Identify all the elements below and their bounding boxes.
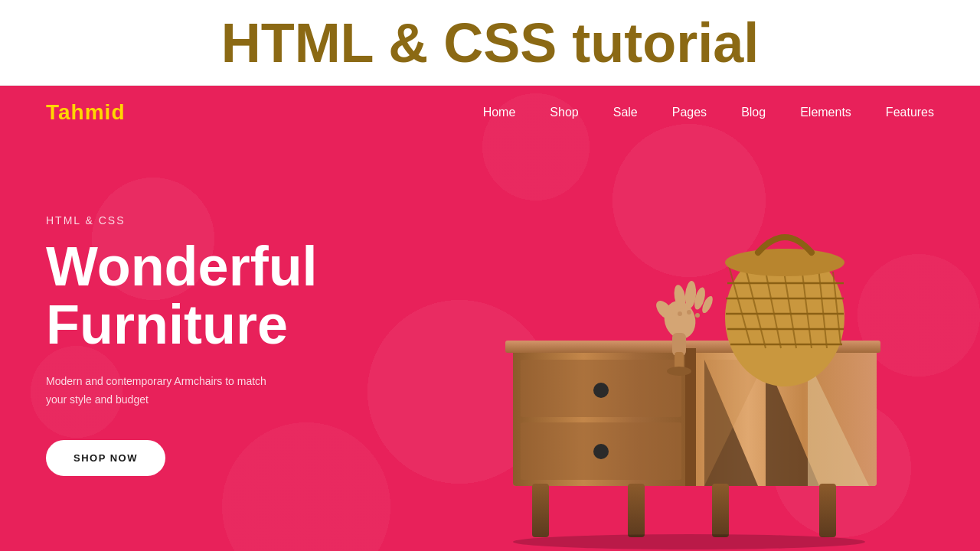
nav-item-home[interactable]: Home	[483, 106, 516, 119]
hero-title: Wonderful Furniture	[46, 238, 390, 354]
hero-title-line1: Wonderful	[46, 236, 318, 297]
logo: Tahmid	[46, 100, 125, 125]
hero-content: HTML & CSS Wonderful Furniture Modern an…	[0, 139, 980, 551]
svg-rect-15	[628, 484, 645, 537]
svg-rect-17	[819, 484, 836, 537]
svg-point-40	[667, 367, 691, 376]
hero-text: HTML & CSS Wonderful Furniture Modern an…	[46, 214, 390, 476]
svg-rect-16	[712, 484, 729, 537]
svg-point-44	[513, 534, 865, 549]
svg-point-41	[678, 311, 682, 316]
nav-item-sale[interactable]: Sale	[613, 106, 638, 119]
svg-rect-14	[532, 484, 549, 537]
svg-point-31	[725, 249, 844, 276]
nav-item-shop[interactable]: Shop	[550, 106, 578, 119]
hero-subtitle: HTML & CSS	[46, 214, 390, 227]
navbar: Tahmid Home Shop Sale Pages Blog Element…	[0, 86, 980, 139]
hero-title-line2: Furniture	[46, 294, 288, 355]
hero-description: Modern and contemporary Armchairs to mat…	[46, 373, 283, 409]
nav-item-pages[interactable]: Pages	[672, 106, 707, 119]
logo-text-part1: Tah	[46, 100, 85, 124]
top-banner: HTML & CSS tutorial	[0, 0, 980, 86]
svg-point-42	[687, 310, 691, 315]
furniture-image	[390, 139, 934, 551]
svg-point-43	[695, 313, 700, 318]
logo-highlight: mid	[85, 100, 126, 124]
svg-point-8	[593, 383, 609, 398]
banner-title: HTML & CSS tutorial	[221, 11, 760, 74]
shop-now-button[interactable]: SHOP NOW	[46, 440, 165, 476]
svg-point-9	[593, 444, 609, 459]
nav-item-blog[interactable]: Blog	[741, 106, 766, 119]
hero-section: Tahmid Home Shop Sale Pages Blog Element…	[0, 86, 980, 551]
nav-item-elements[interactable]: Elements	[800, 106, 851, 119]
furniture-svg	[490, 184, 934, 551]
nav-links: Home Shop Sale Pages Blog Elements Featu…	[483, 106, 934, 119]
nav-item-features[interactable]: Features	[886, 106, 934, 119]
